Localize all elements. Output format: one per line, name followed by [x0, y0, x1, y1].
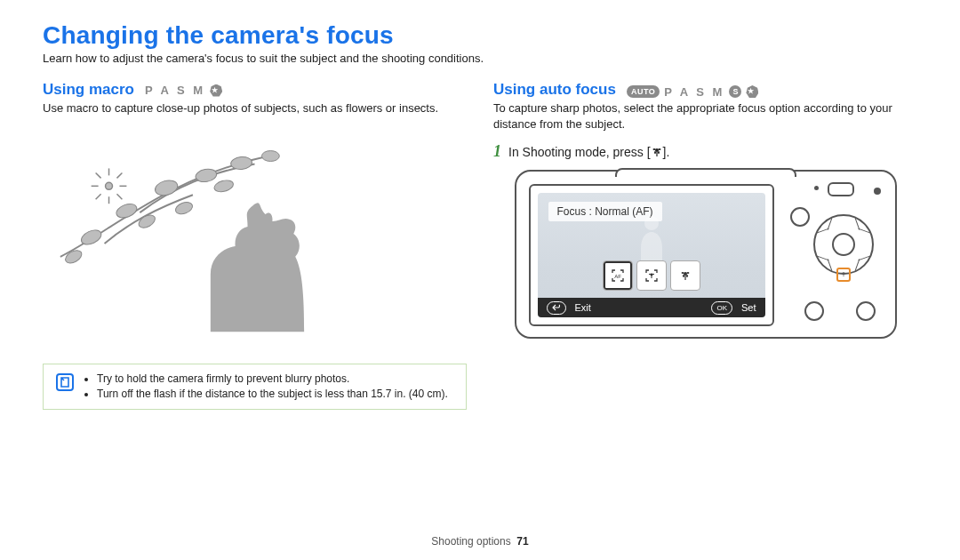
mode-magic-icon — [210, 84, 222, 97]
flower-person-illustration-svg — [43, 124, 467, 337]
page-footer: Shooting options 71 — [0, 535, 960, 548]
note-icon — [56, 373, 74, 391]
macro-mode-badges: P A S M — [145, 84, 222, 97]
svg-point-1 — [115, 201, 139, 220]
record-button-icon[interactable] — [874, 188, 881, 195]
screen-bottom-bar: Exit OK Set — [538, 298, 765, 317]
zoom-button-icon[interactable] — [790, 207, 810, 227]
autofocus-body-text: To capture sharp photos, select the appr… — [493, 100, 917, 132]
note-box: Try to hold the camera firmly to prevent… — [43, 364, 467, 411]
focus-option-row: AF — [603, 260, 700, 291]
svg-point-22 — [654, 151, 656, 154]
svg-point-28 — [649, 274, 651, 275]
section-title-autofocus: Using auto focus — [493, 81, 616, 99]
svg-point-32 — [681, 272, 684, 274]
svg-text:AF: AF — [614, 274, 621, 279]
svg-line-16 — [116, 172, 122, 178]
autofocus-mode-badges: AUTO P A S M S — [627, 85, 759, 99]
svg-point-5 — [261, 150, 279, 161]
step-text: In Shooting mode, press [ ]. — [508, 145, 669, 161]
svg-rect-24 — [656, 152, 657, 156]
svg-point-39 — [844, 273, 845, 274]
note-item: Turn off the flash if the distance to th… — [97, 387, 448, 402]
svg-rect-36 — [684, 276, 685, 280]
mode-button-icon[interactable] — [828, 182, 854, 196]
svg-point-25 — [644, 216, 659, 230]
mode-letters: P A S M — [145, 84, 205, 97]
svg-point-35 — [686, 275, 688, 277]
step-text-prefix: In Shooting mode, press [ — [508, 145, 651, 159]
macro-button-icon — [651, 146, 663, 161]
note-item: Try to hold the camera firmly to prevent… — [97, 372, 448, 387]
svg-point-4 — [230, 156, 252, 170]
svg-point-29 — [652, 274, 654, 275]
svg-point-21 — [658, 148, 660, 150]
focus-option-normal-af-icon[interactable]: AF — [603, 260, 633, 291]
svg-point-3 — [195, 167, 218, 183]
focus-option-macro-af-icon[interactable] — [636, 260, 667, 291]
macro-illustration — [43, 124, 467, 337]
camera-back-illustration: Focus : Normal (AF) AF — [515, 170, 897, 339]
dpad-macro-key-highlight[interactable] — [836, 268, 851, 282]
svg-point-38 — [841, 273, 843, 274]
fn-button-icon[interactable] — [856, 301, 876, 321]
svg-line-17 — [96, 194, 101, 199]
step-1: 1 In Shooting mode, press [ ]. — [493, 142, 917, 161]
section-title-macro: Using macro — [43, 81, 134, 99]
mode-magic-icon — [746, 85, 758, 98]
mode-s-icon: S — [729, 85, 741, 98]
svg-line-18 — [116, 194, 122, 199]
exit-label: Exit — [575, 302, 591, 313]
step-text-suffix: ]. — [663, 145, 670, 159]
page-subtitle: Learn how to adjust the camera's focus t… — [43, 52, 917, 65]
right-column: Using auto focus AUTO P A S M S To captu… — [493, 81, 917, 410]
camera-screen: Focus : Normal (AF) AF — [529, 184, 774, 326]
menu-button-icon[interactable] — [804, 301, 824, 321]
dpad-ok-button[interactable] — [832, 233, 855, 256]
svg-point-23 — [658, 151, 660, 154]
svg-rect-40 — [843, 274, 844, 276]
step-number: 1 — [493, 142, 501, 161]
svg-point-34 — [683, 275, 684, 277]
ok-key-icon: OK — [711, 301, 732, 315]
svg-point-20 — [652, 148, 655, 150]
dpad[interactable] — [813, 214, 874, 275]
svg-line-15 — [96, 172, 101, 178]
page-title: Changing the camera's focus — [43, 21, 917, 50]
footer-page-number: 71 — [516, 535, 528, 548]
svg-rect-30 — [651, 276, 652, 278]
back-key-icon — [547, 301, 566, 315]
focus-option-macro-icon[interactable] — [670, 260, 700, 291]
mode-auto-icon: AUTO — [627, 85, 660, 98]
mode-letters: P A S M — [664, 85, 724, 99]
svg-point-27 — [650, 274, 652, 276]
led-indicator-icon — [814, 186, 819, 190]
note-list: Try to hold the camera firmly to prevent… — [84, 372, 448, 403]
svg-point-8 — [174, 200, 195, 216]
set-label: Set — [741, 302, 756, 313]
macro-body-text: Use macro to capture close-up photos of … — [43, 100, 467, 116]
svg-point-9 — [213, 178, 235, 193]
svg-point-33 — [686, 272, 689, 274]
svg-point-2 — [154, 178, 180, 197]
footer-section: Shooting options — [431, 535, 510, 548]
left-column: Using macro P A S M Use macro to capture… — [43, 81, 467, 410]
svg-point-10 — [106, 182, 113, 189]
